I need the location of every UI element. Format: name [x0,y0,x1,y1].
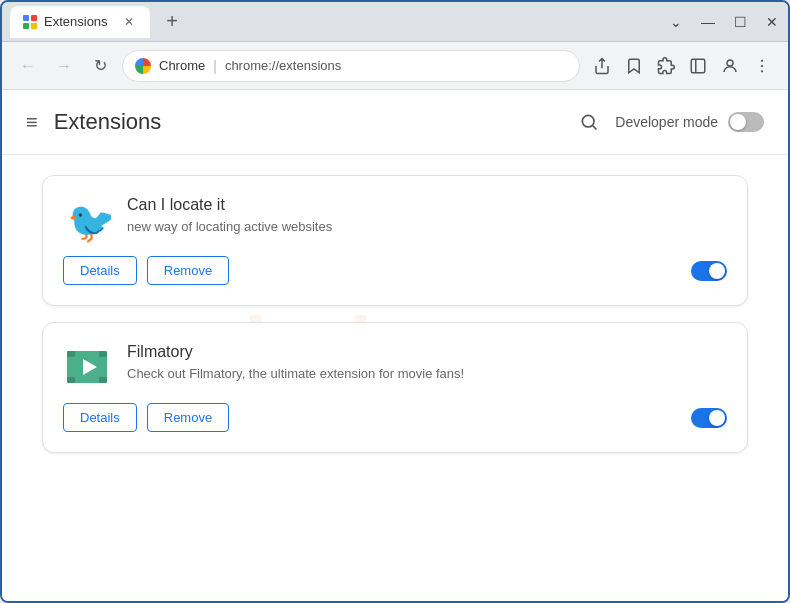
browser-window: Extensions ✕ + ⌄ — ☐ ✕ ← → ↻ Chrome | ch… [0,0,790,603]
title-bar: Extensions ✕ + ⌄ — ☐ ✕ [2,2,788,42]
svg-text:🐦: 🐦 [67,198,111,244]
tab-icon [22,14,38,30]
address-separator: | [213,58,217,74]
address-bar[interactable]: Chrome | chrome://extensions [122,50,580,82]
filmatory-info: Filmatory Check out Filmatory, the ultim… [127,343,727,383]
share-button[interactable] [588,52,616,80]
menu-icon[interactable]: ≡ [26,111,38,134]
page-content: ≡ Extensions Developer mode riash.com [2,90,788,601]
search-button[interactable] [573,106,605,138]
developer-mode-toggle[interactable] [728,112,764,132]
can-locate-desc: new way of locating active websites [127,218,727,236]
svg-point-9 [761,70,763,72]
filmatory-name: Filmatory [127,343,727,361]
svg-rect-2 [23,23,29,29]
maximize-button[interactable]: ☐ [732,14,748,30]
can-locate-icon: 🐦 [63,196,111,244]
sidebar-button[interactable] [684,52,712,80]
extension-card-can-locate: 🐦 Can I locate it new way of locating ac… [42,175,748,306]
tab-close-button[interactable]: ✕ [120,13,138,31]
reload-button[interactable]: ↻ [86,52,114,80]
ext-card-top: 🐦 Can I locate it new way of locating ac… [63,196,727,244]
can-locate-name: Can I locate it [127,196,727,214]
extensions-button[interactable] [652,52,680,80]
svg-line-11 [593,126,597,130]
svg-rect-15 [67,351,75,357]
address-brand: Chrome [159,58,205,73]
filmatory-desc: Check out Filmatory, the ultimate extens… [127,365,727,383]
filmatory-details-button[interactable]: Details [63,403,137,432]
can-locate-info: Can I locate it new way of locating acti… [127,196,727,236]
page-title: Extensions [54,109,574,135]
minimize-button[interactable]: — [700,14,716,30]
address-path: chrome://extensions [225,58,341,73]
extension-card-filmatory: Filmatory Check out Filmatory, the ultim… [42,322,748,453]
filmatory-icon [63,343,111,391]
filmatory-toggle[interactable] [691,408,727,428]
nav-actions [588,52,776,80]
can-locate-remove-button[interactable]: Remove [147,256,229,285]
svg-point-10 [583,115,595,127]
ext-card-top-filmatory: Filmatory Check out Filmatory, the ultim… [63,343,727,391]
svg-rect-18 [99,377,107,383]
developer-mode-label: Developer mode [615,114,718,130]
can-locate-details-button[interactable]: Details [63,256,137,285]
svg-point-6 [727,60,733,66]
extensions-list: 🐦 Can I locate it new way of locating ac… [2,155,788,473]
tab-title: Extensions [44,14,114,29]
developer-mode-container: Developer mode [573,106,764,138]
new-tab-button[interactable]: + [158,8,186,36]
svg-rect-17 [67,377,75,383]
site-favicon [135,58,151,74]
window-controls: ⌄ — ☐ ✕ [668,14,780,30]
menu-button[interactable] [748,52,776,80]
svg-rect-16 [99,351,107,357]
extensions-header: ≡ Extensions Developer mode [2,90,788,155]
svg-point-8 [761,64,763,66]
bookmark-button[interactable] [620,52,648,80]
svg-point-7 [761,59,763,61]
svg-rect-0 [23,15,29,21]
svg-rect-1 [31,15,37,21]
filmatory-actions: Details Remove [63,403,727,432]
svg-rect-3 [31,23,37,29]
chevron-down-icon[interactable]: ⌄ [668,14,684,30]
filmatory-remove-button[interactable]: Remove [147,403,229,432]
svg-rect-4 [691,59,705,73]
profile-button[interactable] [716,52,744,80]
forward-button[interactable]: → [50,52,78,80]
navigation-bar: ← → ↻ Chrome | chrome://extensions [2,42,788,90]
back-button[interactable]: ← [14,52,42,80]
close-button[interactable]: ✕ [764,14,780,30]
active-tab[interactable]: Extensions ✕ [10,6,150,38]
can-locate-actions: Details Remove [63,256,727,285]
can-locate-toggle[interactable] [691,261,727,281]
